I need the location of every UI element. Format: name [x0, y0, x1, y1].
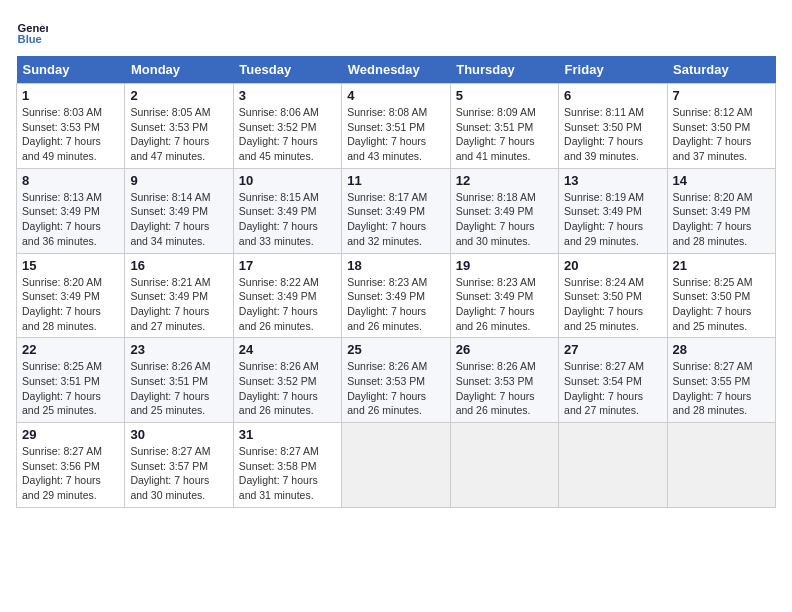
calendar-cell [559, 423, 667, 508]
calendar-cell: 12 Sunrise: 8:18 AMSunset: 3:49 PMDaylig… [450, 168, 558, 253]
day-number: 19 [456, 258, 553, 273]
day-number: 13 [564, 173, 661, 188]
day-number: 3 [239, 88, 336, 103]
day-detail: Sunrise: 8:17 AMSunset: 3:49 PMDaylight:… [347, 191, 427, 247]
calendar-cell: 19 Sunrise: 8:23 AMSunset: 3:49 PMDaylig… [450, 253, 558, 338]
day-detail: Sunrise: 8:23 AMSunset: 3:49 PMDaylight:… [456, 276, 536, 332]
calendar-cell: 25 Sunrise: 8:26 AMSunset: 3:53 PMDaylig… [342, 338, 450, 423]
week-row-3: 15 Sunrise: 8:20 AMSunset: 3:49 PMDaylig… [17, 253, 776, 338]
day-detail: Sunrise: 8:25 AMSunset: 3:51 PMDaylight:… [22, 360, 102, 416]
day-detail: Sunrise: 8:22 AMSunset: 3:49 PMDaylight:… [239, 276, 319, 332]
header-tuesday: Tuesday [233, 56, 341, 84]
day-detail: Sunrise: 8:27 AMSunset: 3:57 PMDaylight:… [130, 445, 210, 501]
header-monday: Monday [125, 56, 233, 84]
calendar-cell: 22 Sunrise: 8:25 AMSunset: 3:51 PMDaylig… [17, 338, 125, 423]
header-thursday: Thursday [450, 56, 558, 84]
day-number: 10 [239, 173, 336, 188]
day-detail: Sunrise: 8:27 AMSunset: 3:56 PMDaylight:… [22, 445, 102, 501]
day-number: 29 [22, 427, 119, 442]
calendar-cell: 16 Sunrise: 8:21 AMSunset: 3:49 PMDaylig… [125, 253, 233, 338]
calendar-cell: 5 Sunrise: 8:09 AMSunset: 3:51 PMDayligh… [450, 84, 558, 169]
calendar-cell: 7 Sunrise: 8:12 AMSunset: 3:50 PMDayligh… [667, 84, 775, 169]
day-detail: Sunrise: 8:05 AMSunset: 3:53 PMDaylight:… [130, 106, 210, 162]
day-detail: Sunrise: 8:27 AMSunset: 3:54 PMDaylight:… [564, 360, 644, 416]
day-detail: Sunrise: 8:25 AMSunset: 3:50 PMDaylight:… [673, 276, 753, 332]
day-detail: Sunrise: 8:15 AMSunset: 3:49 PMDaylight:… [239, 191, 319, 247]
day-number: 27 [564, 342, 661, 357]
calendar-cell: 23 Sunrise: 8:26 AMSunset: 3:51 PMDaylig… [125, 338, 233, 423]
day-number: 17 [239, 258, 336, 273]
week-row-2: 8 Sunrise: 8:13 AMSunset: 3:49 PMDayligh… [17, 168, 776, 253]
day-number: 9 [130, 173, 227, 188]
day-number: 1 [22, 88, 119, 103]
day-detail: Sunrise: 8:14 AMSunset: 3:49 PMDaylight:… [130, 191, 210, 247]
calendar-cell [667, 423, 775, 508]
day-detail: Sunrise: 8:26 AMSunset: 3:53 PMDaylight:… [347, 360, 427, 416]
calendar-cell: 3 Sunrise: 8:06 AMSunset: 3:52 PMDayligh… [233, 84, 341, 169]
day-detail: Sunrise: 8:03 AMSunset: 3:53 PMDaylight:… [22, 106, 102, 162]
day-detail: Sunrise: 8:26 AMSunset: 3:51 PMDaylight:… [130, 360, 210, 416]
day-detail: Sunrise: 8:20 AMSunset: 3:49 PMDaylight:… [673, 191, 753, 247]
calendar-cell: 29 Sunrise: 8:27 AMSunset: 3:56 PMDaylig… [17, 423, 125, 508]
logo: General Blue [16, 16, 52, 48]
calendar-cell: 4 Sunrise: 8:08 AMSunset: 3:51 PMDayligh… [342, 84, 450, 169]
header: General Blue [16, 16, 776, 48]
logo-icon: General Blue [16, 16, 48, 48]
day-number: 28 [673, 342, 770, 357]
calendar-cell [450, 423, 558, 508]
day-detail: Sunrise: 8:18 AMSunset: 3:49 PMDaylight:… [456, 191, 536, 247]
day-number: 8 [22, 173, 119, 188]
calendar-body: 1 Sunrise: 8:03 AMSunset: 3:53 PMDayligh… [17, 84, 776, 508]
header-friday: Friday [559, 56, 667, 84]
day-number: 14 [673, 173, 770, 188]
week-row-5: 29 Sunrise: 8:27 AMSunset: 3:56 PMDaylig… [17, 423, 776, 508]
header-wednesday: Wednesday [342, 56, 450, 84]
calendar-cell: 14 Sunrise: 8:20 AMSunset: 3:49 PMDaylig… [667, 168, 775, 253]
day-detail: Sunrise: 8:06 AMSunset: 3:52 PMDaylight:… [239, 106, 319, 162]
calendar-cell: 1 Sunrise: 8:03 AMSunset: 3:53 PMDayligh… [17, 84, 125, 169]
day-detail: Sunrise: 8:26 AMSunset: 3:52 PMDaylight:… [239, 360, 319, 416]
svg-text:Blue: Blue [18, 33, 42, 45]
header-saturday: Saturday [667, 56, 775, 84]
calendar-cell: 27 Sunrise: 8:27 AMSunset: 3:54 PMDaylig… [559, 338, 667, 423]
day-detail: Sunrise: 8:13 AMSunset: 3:49 PMDaylight:… [22, 191, 102, 247]
day-number: 23 [130, 342, 227, 357]
day-detail: Sunrise: 8:21 AMSunset: 3:49 PMDaylight:… [130, 276, 210, 332]
calendar-cell: 15 Sunrise: 8:20 AMSunset: 3:49 PMDaylig… [17, 253, 125, 338]
day-detail: Sunrise: 8:19 AMSunset: 3:49 PMDaylight:… [564, 191, 644, 247]
day-detail: Sunrise: 8:27 AMSunset: 3:58 PMDaylight:… [239, 445, 319, 501]
calendar-cell: 30 Sunrise: 8:27 AMSunset: 3:57 PMDaylig… [125, 423, 233, 508]
day-number: 26 [456, 342, 553, 357]
day-number: 21 [673, 258, 770, 273]
day-number: 22 [22, 342, 119, 357]
calendar-cell: 10 Sunrise: 8:15 AMSunset: 3:49 PMDaylig… [233, 168, 341, 253]
day-number: 25 [347, 342, 444, 357]
day-number: 20 [564, 258, 661, 273]
day-detail: Sunrise: 8:26 AMSunset: 3:53 PMDaylight:… [456, 360, 536, 416]
calendar-cell: 24 Sunrise: 8:26 AMSunset: 3:52 PMDaylig… [233, 338, 341, 423]
day-number: 24 [239, 342, 336, 357]
calendar-cell: 26 Sunrise: 8:26 AMSunset: 3:53 PMDaylig… [450, 338, 558, 423]
calendar-table: SundayMondayTuesdayWednesdayThursdayFrid… [16, 56, 776, 508]
day-number: 6 [564, 88, 661, 103]
calendar-cell: 6 Sunrise: 8:11 AMSunset: 3:50 PMDayligh… [559, 84, 667, 169]
day-detail: Sunrise: 8:24 AMSunset: 3:50 PMDaylight:… [564, 276, 644, 332]
day-number: 5 [456, 88, 553, 103]
day-detail: Sunrise: 8:23 AMSunset: 3:49 PMDaylight:… [347, 276, 427, 332]
day-number: 11 [347, 173, 444, 188]
svg-text:General: General [18, 22, 48, 34]
day-number: 15 [22, 258, 119, 273]
day-detail: Sunrise: 8:27 AMSunset: 3:55 PMDaylight:… [673, 360, 753, 416]
calendar-cell: 13 Sunrise: 8:19 AMSunset: 3:49 PMDaylig… [559, 168, 667, 253]
calendar-cell: 20 Sunrise: 8:24 AMSunset: 3:50 PMDaylig… [559, 253, 667, 338]
day-detail: Sunrise: 8:11 AMSunset: 3:50 PMDaylight:… [564, 106, 644, 162]
calendar-cell: 17 Sunrise: 8:22 AMSunset: 3:49 PMDaylig… [233, 253, 341, 338]
week-row-4: 22 Sunrise: 8:25 AMSunset: 3:51 PMDaylig… [17, 338, 776, 423]
calendar-cell: 18 Sunrise: 8:23 AMSunset: 3:49 PMDaylig… [342, 253, 450, 338]
day-number: 7 [673, 88, 770, 103]
day-number: 16 [130, 258, 227, 273]
day-detail: Sunrise: 8:12 AMSunset: 3:50 PMDaylight:… [673, 106, 753, 162]
calendar-cell: 21 Sunrise: 8:25 AMSunset: 3:50 PMDaylig… [667, 253, 775, 338]
header-sunday: Sunday [17, 56, 125, 84]
day-detail: Sunrise: 8:20 AMSunset: 3:49 PMDaylight:… [22, 276, 102, 332]
